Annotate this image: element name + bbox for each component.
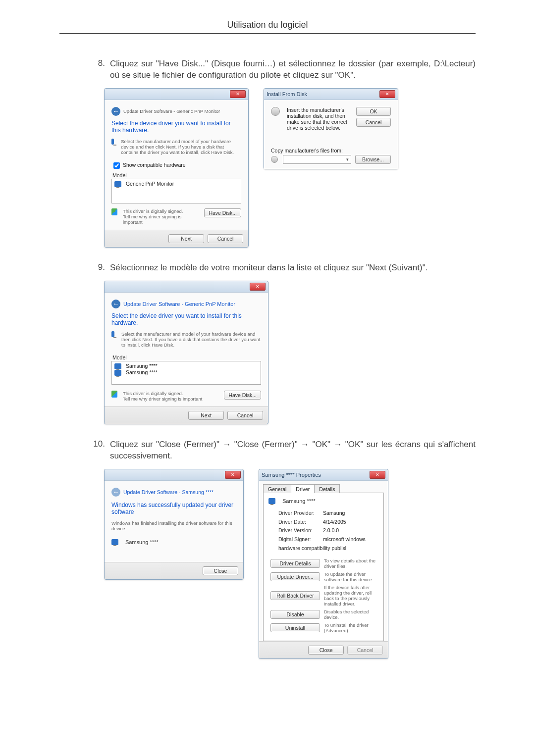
- tab-row: General Driver Details: [263, 484, 384, 493]
- close-button[interactable]: Close: [203, 566, 238, 575]
- dialog-title: Samsung **** Properties: [262, 472, 370, 478]
- rollback-driver-button[interactable]: Roll Back Driver: [270, 591, 320, 600]
- label-version: Driver Version:: [278, 526, 323, 535]
- cancel-button[interactable]: Cancel: [208, 234, 243, 243]
- label-provider: Driver Provider:: [278, 509, 323, 518]
- chevron-down-icon: ▾: [346, 157, 349, 162]
- have-disk-button[interactable]: Have Disk...: [224, 391, 261, 400]
- device-properties-dialog: Samsung **** Properties ✕ General Driver…: [259, 469, 388, 659]
- monitor-icon: [111, 139, 114, 145]
- document-page: Utilisation du logiciel 8. Cliquez sur "…: [0, 0, 535, 713]
- dialog-titlebar: Samsung **** Properties ✕: [259, 469, 388, 481]
- step-8: 8. Cliquez sur "Have Disk..." (Disque fo…: [89, 58, 476, 81]
- desc-uninstall: To uninstall the driver (Advanced).: [324, 622, 378, 633]
- list-item-label: Generic PnP Monitor: [126, 181, 174, 187]
- value-date: 4/14/2005: [323, 519, 346, 525]
- back-arrow-icon[interactable]: ←: [111, 300, 120, 308]
- dialog-titlebar: ✕: [105, 89, 248, 100]
- step-number: 8.: [89, 58, 110, 81]
- desc-rollback: If the device fails after updating the d…: [324, 585, 378, 606]
- close-icon[interactable]: ✕: [230, 90, 246, 98]
- dialog-hint: Select the manufacturer and model of you…: [121, 331, 261, 348]
- cancel-button[interactable]: Cancel: [227, 411, 263, 420]
- tab-details[interactable]: Details: [314, 484, 340, 493]
- step-text: Sélectionnez le modèle de votre moniteur…: [110, 262, 476, 274]
- monitor-icon: [114, 363, 121, 369]
- list-item[interactable]: Generic PnP Monitor: [114, 181, 238, 187]
- disk-icon: [271, 107, 280, 116]
- disable-button[interactable]: Disable: [270, 610, 320, 619]
- monitor-icon: [111, 331, 114, 337]
- uninstall-button[interactable]: Uninstall: [270, 623, 320, 632]
- copy-from-label: Copy manufacturer's files from:: [271, 148, 391, 153]
- breadcrumb: Update Driver Software - Generic PnP Mon…: [123, 108, 220, 114]
- close-icon[interactable]: ✕: [379, 90, 395, 98]
- close-icon[interactable]: ✕: [250, 283, 266, 291]
- tell-me-why-link[interactable]: Tell me why driver signing is important: [123, 396, 219, 402]
- figure-row-step9: ✕ ← Update Driver Software - Generic PnP…: [104, 281, 476, 424]
- list-item[interactable]: Samsung ****: [114, 363, 258, 369]
- column-header-model: Model: [112, 172, 241, 178]
- show-compatible-label: Show compatible hardware: [123, 162, 186, 168]
- have-disk-button[interactable]: Have Disk...: [204, 208, 241, 217]
- page-title: Utilisation du logiciel: [59, 20, 476, 34]
- path-combobox[interactable]: ▾: [283, 155, 351, 164]
- disk-icon: [271, 156, 278, 163]
- cancel-button[interactable]: Cancel: [356, 118, 391, 127]
- monitor-icon: [111, 539, 118, 545]
- tell-me-why-link[interactable]: Tell me why driver signing is important: [123, 214, 199, 225]
- browse-button[interactable]: Browse...: [355, 155, 391, 164]
- success-headline: Windows has successfully updated your dr…: [111, 502, 236, 515]
- desc-update: To update the driver software for this d…: [324, 571, 378, 582]
- driver-listbox[interactable]: Generic PnP Monitor: [111, 179, 241, 203]
- monitor-icon: [268, 498, 275, 504]
- breadcrumb: Update Driver Software - Samsung ****: [123, 489, 214, 495]
- close-icon[interactable]: ✕: [370, 471, 385, 479]
- step-text: Cliquez sur "Have Disk..." (Disque fourn…: [110, 58, 476, 81]
- shield-icon: [111, 208, 117, 215]
- figure-row-step8: ✕ ← Update Driver Software - Generic PnP…: [104, 88, 476, 248]
- success-subtext: Windows has finished installing the driv…: [111, 520, 236, 531]
- update-driver-dialog-1: ✕ ← Update Driver Software - Generic PnP…: [104, 88, 249, 248]
- label-signer: Digital Signer:: [278, 535, 323, 544]
- dialog-hint: Select the manufacturer and model of you…: [121, 139, 241, 155]
- step-number: 9.: [89, 262, 110, 274]
- update-success-dialog: ✕ ← Update Driver Software - Samsung ***…: [104, 469, 244, 580]
- next-button[interactable]: Next: [188, 411, 224, 420]
- column-header-model: Model: [112, 354, 261, 360]
- label-date: Driver Date:: [278, 518, 323, 527]
- breadcrumb: Update Driver Software - Generic PnP Mon…: [123, 301, 235, 307]
- list-item[interactable]: Samsung ****: [114, 369, 258, 376]
- driver-listbox[interactable]: Samsung **** Samsung ****: [111, 361, 261, 385]
- figure-row-step10: ✕ ← Update Driver Software - Samsung ***…: [104, 469, 476, 659]
- dialog-titlebar: Install From Disk ✕: [264, 89, 398, 100]
- close-button[interactable]: Close: [308, 646, 344, 655]
- cancel-button[interactable]: Cancel: [347, 646, 383, 655]
- dialog-title: Install From Disk: [267, 91, 379, 97]
- value-provider: Samsung: [323, 510, 345, 516]
- ok-button[interactable]: OK: [356, 107, 391, 116]
- back-arrow-icon[interactable]: ←: [111, 107, 120, 116]
- dialog-headline: Select the device driver you want to ins…: [111, 120, 241, 134]
- next-button[interactable]: Next: [168, 234, 204, 243]
- device-name: Samsung ****: [282, 498, 316, 504]
- update-driver-dialog-2: ✕ ← Update Driver Software - Generic PnP…: [104, 281, 268, 424]
- list-item-label: Samsung ****: [126, 363, 158, 369]
- dialog-titlebar: ✕: [105, 281, 268, 293]
- tab-driver[interactable]: Driver: [291, 484, 315, 493]
- back-arrow-icon: ←: [111, 488, 120, 497]
- driver-details-button[interactable]: Driver Details: [270, 559, 320, 568]
- close-icon[interactable]: ✕: [225, 471, 241, 479]
- step-text: Cliquez sur "Close (Fermer)" → "Close (F…: [110, 439, 476, 462]
- desc-disable: Disables the selected device.: [324, 609, 378, 620]
- show-compatible-checkbox[interactable]: [113, 162, 120, 169]
- tab-general[interactable]: General: [263, 484, 291, 493]
- update-driver-button[interactable]: Update Driver...: [270, 572, 320, 581]
- monitor-icon: [114, 181, 121, 187]
- device-name: Samsung ****: [125, 539, 159, 545]
- monitor-icon: [114, 370, 121, 376]
- desc-details: To view details about the driver files.: [324, 558, 378, 569]
- shield-icon: [111, 391, 117, 398]
- dialog-headline: Select the device driver you want to ins…: [111, 312, 261, 326]
- install-from-disk-dialog: Install From Disk ✕ Insert the manufactu…: [264, 88, 398, 169]
